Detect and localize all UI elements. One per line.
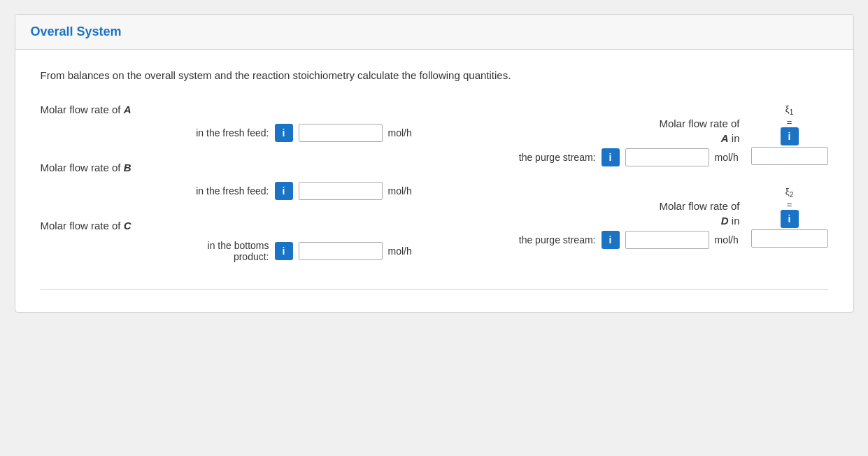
info-btn-d-purge[interactable]: i	[602, 231, 620, 249]
xi2-label: ξ2	[785, 186, 793, 199]
input-a-fresh[interactable]	[299, 124, 383, 142]
input-d-purge[interactable]	[625, 231, 709, 249]
label-b-fresh-main: Molar flow rate of B	[41, 162, 413, 173]
var-b-fresh: B	[124, 162, 131, 173]
fields-grid: Molar flow rate of A in the fresh feed: …	[41, 104, 828, 282]
info-btn-a-purge[interactable]: i	[602, 148, 620, 166]
field-group-d-purge: Molar flow rate ofD in the purge stream:…	[455, 186, 828, 249]
xi2-container: ξ2 = i	[751, 186, 828, 248]
var-a-fresh: A	[124, 104, 131, 115]
xi1-label: ξ1	[785, 104, 793, 117]
label-c-bottoms-main: Molar flow rate of C	[41, 220, 413, 231]
label-a-fresh-main: Molar flow rate of A	[41, 104, 413, 115]
xi2-eq: =	[787, 199, 792, 211]
card-header: Overall System	[15, 15, 853, 50]
field-row-c-bottoms: in the bottomsproduct: i mol/h	[41, 240, 413, 262]
input-xi2[interactable]	[751, 229, 828, 248]
info-btn-xi1[interactable]: i	[781, 127, 799, 145]
info-btn-a-fresh[interactable]: i	[275, 124, 293, 142]
sublabel-b-fresh: in the fresh feed:	[157, 185, 269, 197]
input-c-bottoms[interactable]	[299, 242, 383, 260]
label-a-purge-main: Molar flow rate ofA in	[455, 116, 740, 145]
sublabel-a-purge: the purge stream:	[455, 152, 596, 163]
overall-system-card: Overall System From balances on the over…	[15, 14, 854, 313]
unit-c-bottoms: mol/h	[388, 245, 413, 257]
sublabel-d-purge: the purge stream:	[455, 234, 596, 245]
label-d-purge-main: Molar flow rate ofD in	[455, 199, 740, 228]
var-c-bottoms: C	[124, 220, 131, 231]
unit-a-fresh: mol/h	[388, 127, 413, 138]
info-btn-b-fresh[interactable]: i	[275, 182, 293, 200]
info-btn-xi2[interactable]: i	[781, 210, 799, 228]
card-body: From balances on the overall system and …	[15, 50, 853, 312]
sublabel-a-fresh: in the fresh feed:	[157, 127, 269, 138]
input-b-fresh[interactable]	[299, 182, 383, 200]
left-column: Molar flow rate of A in the fresh feed: …	[41, 104, 413, 282]
intro-text: From balances on the overall system and …	[41, 69, 828, 81]
field-row-b-fresh: in the fresh feed: i mol/h	[41, 182, 413, 200]
right-column: Molar flow rate ofA in the purge stream:…	[455, 104, 828, 282]
sublabel-c-bottoms: in the bottomsproduct:	[157, 240, 269, 262]
unit-d-purge: mol/h	[715, 234, 740, 245]
field-group-c-bottoms: Molar flow rate of C in the bottomsprodu…	[41, 220, 413, 262]
info-btn-c-bottoms[interactable]: i	[275, 242, 293, 260]
field-row-a-fresh: in the fresh feed: i mol/h	[41, 124, 413, 142]
bottom-divider	[41, 289, 828, 290]
input-a-purge[interactable]	[625, 148, 709, 166]
input-xi1[interactable]	[751, 147, 828, 165]
var-a-purge: A	[721, 132, 729, 144]
xi1-eq: =	[787, 117, 792, 128]
field-group-a-fresh: Molar flow rate of A in the fresh feed: …	[41, 104, 413, 142]
unit-b-fresh: mol/h	[388, 185, 413, 197]
field-group-b-fresh: Molar flow rate of B in the fresh feed: …	[41, 162, 413, 200]
xi1-container: ξ1 = i	[751, 104, 828, 165]
card-title: Overall System	[31, 24, 122, 38]
unit-a-purge: mol/h	[715, 152, 740, 163]
var-d-purge: D	[721, 215, 729, 227]
field-group-a-purge: Molar flow rate ofA in the purge stream:…	[455, 104, 828, 166]
